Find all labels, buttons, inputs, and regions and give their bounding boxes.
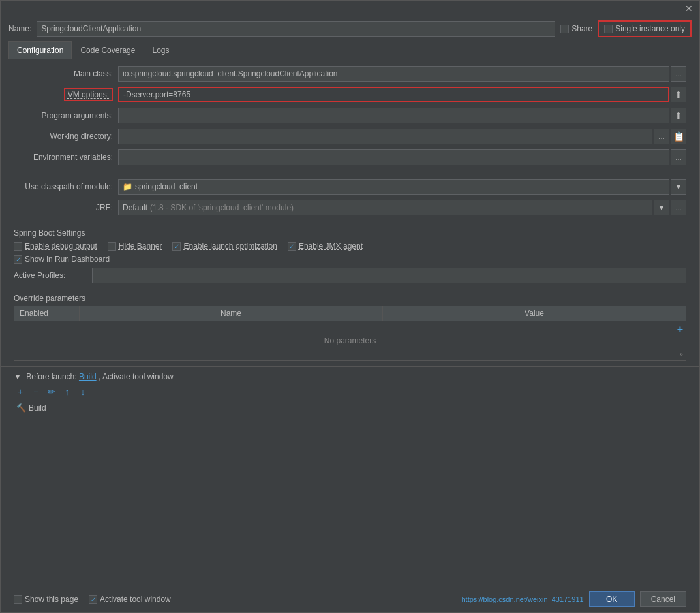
remove-before-launch-btn[interactable]: −: [29, 385, 42, 398]
jre-input-group: Default (1.8 - SDK of 'springcloud_clien…: [118, 200, 686, 215]
col-name: Name: [80, 306, 383, 321]
vm-options-label-text: VM options:: [64, 88, 113, 101]
env-vars-input[interactable]: [118, 149, 669, 165]
working-dir-label: Working directory:: [14, 132, 118, 141]
before-launch-build-link[interactable]: Build: [79, 372, 97, 381]
show-run-dashboard-row: Show in Run Dashboard: [14, 255, 686, 264]
working-dir-extra-btn[interactable]: 📋: [671, 129, 686, 144]
cancel-button[interactable]: Cancel: [640, 591, 686, 607]
single-instance-checkbox[interactable]: [604, 25, 613, 33]
move-up-btn[interactable]: ↑: [61, 385, 74, 398]
working-dir-row: Working directory: … 📋: [14, 127, 686, 146]
ok-button[interactable]: OK: [589, 591, 635, 607]
enable-jmx-label: Enable JMX agent: [299, 242, 363, 251]
jre-label: JRE:: [14, 203, 118, 212]
program-args-row: Program arguments: ⬆: [14, 106, 686, 125]
content-area: Main class: … VM options: -Dserver.port=…: [1, 59, 699, 586]
col-enabled: Enabled: [14, 306, 80, 321]
name-label: Name:: [8, 24, 31, 33]
before-launch-label: Before launch:: [26, 372, 79, 381]
name-input[interactable]: [37, 21, 555, 37]
before-launch-section: ▼ Before launch: Build , Activate tool w…: [1, 366, 699, 419]
single-instance-box: Single instance only: [598, 20, 692, 37]
tab-configuration[interactable]: Configuration: [8, 41, 72, 59]
spring-boot-checkboxes: Enable debug output Hide Banner Enable l…: [14, 242, 686, 251]
header-row: Name: Share Single instance only: [1, 16, 699, 41]
vm-options-label: VM options:: [14, 90, 118, 99]
add-before-launch-btn[interactable]: +: [14, 385, 27, 398]
add-param-btn[interactable]: +: [677, 324, 683, 336]
env-vars-row: Environment variables: …: [14, 148, 686, 166]
enable-launch-checkbox[interactable]: [172, 242, 181, 251]
jre-browse-btn[interactable]: …: [671, 200, 686, 215]
main-class-label: Main class:: [14, 69, 118, 78]
show-page-item: Show this page: [14, 595, 78, 604]
collapse-icon: ▼: [14, 372, 23, 381]
tabs-row: Configuration Code Coverage Logs: [1, 41, 699, 59]
col-value: Value: [383, 306, 686, 321]
active-profiles-label: Active Profiles:: [14, 271, 92, 280]
divider-1: [14, 172, 686, 172]
edit-before-launch-btn[interactable]: ✏: [45, 385, 58, 398]
enable-jmx-checkbox[interactable]: [288, 242, 296, 251]
tab-code-coverage[interactable]: Code Coverage: [72, 41, 144, 59]
program-args-expand-btn[interactable]: ⬆: [671, 108, 686, 123]
activate-window-checkbox[interactable]: [89, 595, 97, 604]
show-run-dashboard-item: Show in Run Dashboard: [14, 255, 110, 264]
override-section: Override parameters Enabled Name Value N…: [1, 291, 699, 366]
footer: Show this page Activate tool window http…: [1, 586, 699, 612]
show-run-dashboard-checkbox[interactable]: [14, 255, 22, 264]
hide-banner-checkbox[interactable]: [108, 242, 116, 251]
before-launch-title[interactable]: ▼ Before launch: Build , Activate tool w…: [14, 372, 686, 381]
env-vars-label: Environment variables:: [14, 153, 118, 162]
working-dir-input[interactable]: [118, 129, 652, 144]
active-profiles-row: Active Profiles:: [14, 268, 686, 283]
show-page-label: Show this page: [25, 595, 78, 604]
enable-launch-label: Enable launch optimization: [183, 242, 277, 251]
share-area: Share: [560, 24, 592, 33]
env-vars-input-pair: …: [118, 149, 686, 165]
enable-debug-label: Enable debug output: [25, 242, 97, 251]
classpath-row: Use classpath of module: 📁 springcloud_c…: [14, 178, 686, 196]
vm-options-input[interactable]: -Dserver.port=8765: [118, 87, 669, 102]
working-dir-browse-btn[interactable]: …: [654, 129, 669, 144]
build-item[interactable]: 🔨 Build: [14, 402, 686, 414]
hide-banner-label: Hide Banner: [119, 242, 162, 251]
show-page-checkbox[interactable]: [14, 595, 22, 604]
build-label: Build: [29, 403, 46, 413]
single-instance-label: Single instance only: [615, 24, 685, 33]
enable-debug-checkbox[interactable]: [14, 242, 22, 251]
tab-logs[interactable]: Logs: [144, 41, 177, 59]
vm-options-input-pair: -Dserver.port=8765 ⬆: [118, 87, 686, 102]
expand-table-btn[interactable]: »: [679, 351, 683, 358]
main-class-browse-btn[interactable]: …: [671, 66, 686, 82]
classpath-dropdown-btn[interactable]: ▼: [671, 179, 686, 195]
no-params-text: No parameters: [324, 336, 376, 345]
jre-dropdown-btn[interactable]: ▼: [654, 200, 669, 215]
table-header: Enabled Name Value: [14, 306, 686, 321]
jre-hint: (1.8 - SDK of 'springcloud_client' modul…: [150, 203, 294, 212]
footer-link[interactable]: https://blog.csdn.net/weixin_43171911: [462, 595, 584, 603]
jre-default: Default: [123, 203, 147, 212]
jre-row: JRE: Default (1.8 - SDK of 'springcloud_…: [14, 198, 686, 217]
classpath-select[interactable]: 📁 springcloud_client: [118, 179, 669, 195]
env-vars-browse-btn[interactable]: …: [671, 149, 686, 165]
move-down-btn[interactable]: ↓: [76, 385, 89, 398]
override-table: Enabled Name Value No parameters + »: [14, 306, 686, 361]
override-title: Override parameters: [14, 294, 686, 303]
jre-select[interactable]: Default (1.8 - SDK of 'springcloud_clien…: [118, 200, 652, 215]
activate-window-label: Activate tool window: [100, 595, 171, 604]
program-args-input[interactable]: [118, 108, 669, 123]
share-checkbox[interactable]: [560, 25, 569, 33]
before-launch-toolbar: + − ✏ ↑ ↓: [14, 385, 686, 398]
main-class-input[interactable]: [118, 66, 669, 82]
program-args-input-pair: ⬆: [118, 108, 686, 123]
spring-boot-title: Spring Boot Settings: [14, 228, 686, 238]
classpath-label: Use classpath of module:: [14, 182, 118, 191]
main-class-row: Main class: …: [14, 65, 686, 83]
title-bar: ✕: [1, 1, 699, 16]
active-profiles-input[interactable]: [92, 268, 686, 283]
footer-buttons: https://blog.csdn.net/weixin_43171911 OK…: [462, 591, 687, 607]
close-button[interactable]: ✕: [684, 3, 694, 14]
vm-options-expand-btn[interactable]: ⬆: [671, 87, 686, 102]
